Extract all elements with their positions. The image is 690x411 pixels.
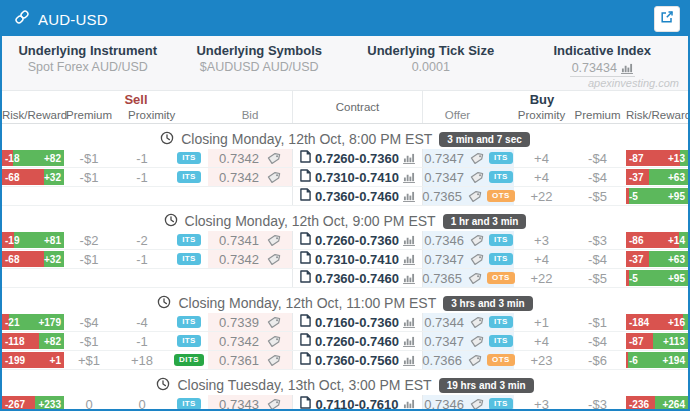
sell-risk-reward-cell: -199 +1 xyxy=(2,351,64,369)
chart-icon[interactable] xyxy=(403,317,415,328)
ticket-icon[interactable] xyxy=(266,233,281,248)
bid-value[interactable]: 0.7342 xyxy=(219,334,259,349)
info-label: Underlying Tick Size xyxy=(345,43,517,58)
buy-proximity: +1 xyxy=(514,313,569,331)
bid-cell[interactable]: 0.7343 xyxy=(208,395,292,411)
ticket-icon[interactable] xyxy=(467,353,482,368)
ticket-icon[interactable] xyxy=(266,151,281,166)
contract-row: -118 +82 -$1 -1 ITS 0.7342 0.7260-0.7460… xyxy=(2,332,688,351)
offer-value[interactable]: 0.7347 xyxy=(424,334,464,349)
bid-cell[interactable]: 0.7342 xyxy=(208,149,292,167)
ticket-icon[interactable] xyxy=(469,233,484,248)
time-left-badge: 19 hrs and 3 min xyxy=(439,378,534,393)
bid-cell[interactable]: 0.7342 xyxy=(208,250,292,268)
offer-cell[interactable]: 0.7346 ITS xyxy=(423,231,514,249)
bid-cell[interactable]: 0.7361 xyxy=(208,351,292,369)
sell-risk-reward-cell: -68 +32 xyxy=(2,250,64,268)
offer-value[interactable]: 0.7366 xyxy=(422,353,462,368)
offer-value[interactable]: 0.7347 xyxy=(424,252,464,267)
chart-icon[interactable] xyxy=(403,355,415,366)
offer-cell[interactable]: 0.7365 OTS xyxy=(423,187,514,205)
ticket-icon[interactable] xyxy=(266,334,281,349)
ticket-icon[interactable] xyxy=(467,271,482,286)
offer-value[interactable]: 0.7365 xyxy=(422,189,462,204)
ticket-icon[interactable] xyxy=(266,397,281,411)
ticket-icon[interactable] xyxy=(266,170,281,185)
offer-cell[interactable]: 0.7346 ITS xyxy=(423,395,514,411)
contract-range[interactable]: 0.7260-0.7460 xyxy=(315,334,399,349)
offer-value[interactable]: 0.7365 xyxy=(422,271,462,286)
chart-icon[interactable] xyxy=(403,399,415,410)
sell-risk-reward-cell xyxy=(2,269,64,287)
bid-cell[interactable]: 0.7342 xyxy=(208,332,292,350)
offer-value[interactable]: 0.7344 xyxy=(424,315,464,330)
bid-value[interactable]: 0.7341 xyxy=(219,233,259,248)
chart-icon[interactable] xyxy=(403,153,415,164)
contract-range[interactable]: 0.7110-0.7610 xyxy=(315,397,398,411)
chart-icon[interactable] xyxy=(403,235,415,246)
bid-value[interactable]: 0.7342 xyxy=(219,252,259,267)
bid-value[interactable]: 0.7339 xyxy=(219,315,259,330)
contract-range[interactable]: 0.7310-0.7410 xyxy=(315,170,399,185)
contract-range[interactable]: 0.7160-0.7360 xyxy=(315,315,399,330)
ticket-icon[interactable] xyxy=(266,252,281,267)
offer-value[interactable]: 0.7346 xyxy=(424,233,464,248)
chart-icon[interactable] xyxy=(403,336,415,347)
bid-value[interactable]: 0.7343 xyxy=(219,397,259,411)
chart-icon[interactable] xyxy=(403,273,415,284)
contract-icon xyxy=(300,251,311,267)
ticket-icon[interactable] xyxy=(266,353,281,368)
ticket-icon[interactable] xyxy=(469,252,484,267)
sell-risk-reward-cell: -118 +82 xyxy=(2,332,64,350)
ticket-icon[interactable] xyxy=(469,334,484,349)
buy-premium: -$3 xyxy=(569,395,626,411)
ticket-icon[interactable] xyxy=(469,397,484,411)
ticket-icon[interactable] xyxy=(266,315,281,330)
chart-icon[interactable] xyxy=(403,254,415,265)
contract-range[interactable]: 0.7360-0.7460 xyxy=(315,189,399,204)
contract-range[interactable]: 0.7310-0.7410 xyxy=(315,252,399,267)
ticket-icon[interactable] xyxy=(469,170,484,185)
buy-risk-reward-cell: -236 +264 xyxy=(626,395,688,411)
buy-status-badge: ITS xyxy=(489,253,513,265)
offer-cell[interactable]: 0.7347 ITS xyxy=(423,332,514,350)
offer-cell[interactable]: 0.7344 ITS xyxy=(423,313,514,331)
offer-value[interactable]: 0.7347 xyxy=(424,170,464,185)
chart-icon[interactable] xyxy=(403,172,415,183)
offer-cell[interactable]: 0.7365 OTS xyxy=(423,269,514,287)
bid-cell[interactable]: 0.7341 xyxy=(208,231,292,249)
bid-cell[interactable]: 0.7342 xyxy=(208,168,292,186)
chart-icon[interactable] xyxy=(403,191,415,202)
contract-range[interactable]: 0.7260-0.7360 xyxy=(315,151,399,166)
bid-cell[interactable]: 0.7339 xyxy=(208,313,292,331)
buy-proximity: +23 xyxy=(514,351,569,369)
offer-value[interactable]: 0.7346 xyxy=(424,397,464,411)
sell-proximity: -1 xyxy=(114,149,170,167)
expand-button[interactable] xyxy=(654,6,680,32)
ticket-icon[interactable] xyxy=(469,151,484,166)
offer-value[interactable]: 0.7347 xyxy=(424,151,464,166)
offer-cell[interactable]: 0.7347 ITS xyxy=(423,149,514,167)
risk-value: -184 xyxy=(629,314,649,330)
group-header: Closing Monday, 12th Oct, 8:00 PM EST 3 … xyxy=(2,129,688,149)
sell-premium: -$1 xyxy=(64,250,114,268)
ticket-icon[interactable] xyxy=(469,315,484,330)
ticket-icon[interactable] xyxy=(467,189,482,204)
col-sell-risk-reward: Risk/Reward xyxy=(2,108,64,122)
info-underlying-tick-size: Underlying Tick Size 0.0001 xyxy=(345,43,517,77)
bid-value[interactable]: 0.7361 xyxy=(219,353,259,368)
offer-cell[interactable]: 0.7366 OTS xyxy=(423,351,514,369)
sell-risk-reward-cell: -68 +32 xyxy=(2,168,64,186)
buy-proximity: +4 xyxy=(514,250,569,268)
bid-value[interactable]: 0.7342 xyxy=(219,170,259,185)
offer-cell[interactable]: 0.7347 ITS xyxy=(423,250,514,268)
chart-icon[interactable] xyxy=(621,63,633,74)
contract-range[interactable]: 0.7360-0.7560 xyxy=(315,353,399,368)
risk-value: -267 xyxy=(5,396,25,411)
contract-range[interactable]: 0.7260-0.7360 xyxy=(315,233,399,248)
offer-cell[interactable]: 0.7347 ITS xyxy=(423,168,514,186)
bid-value[interactable]: 0.7342 xyxy=(219,151,259,166)
buy-premium: -$6 xyxy=(569,351,626,369)
contract-range[interactable]: 0.7360-0.7460 xyxy=(315,271,399,286)
group-rows: -21 +179 -$4 -4 ITS 0.7339 0.7160-0.7360… xyxy=(2,313,688,370)
